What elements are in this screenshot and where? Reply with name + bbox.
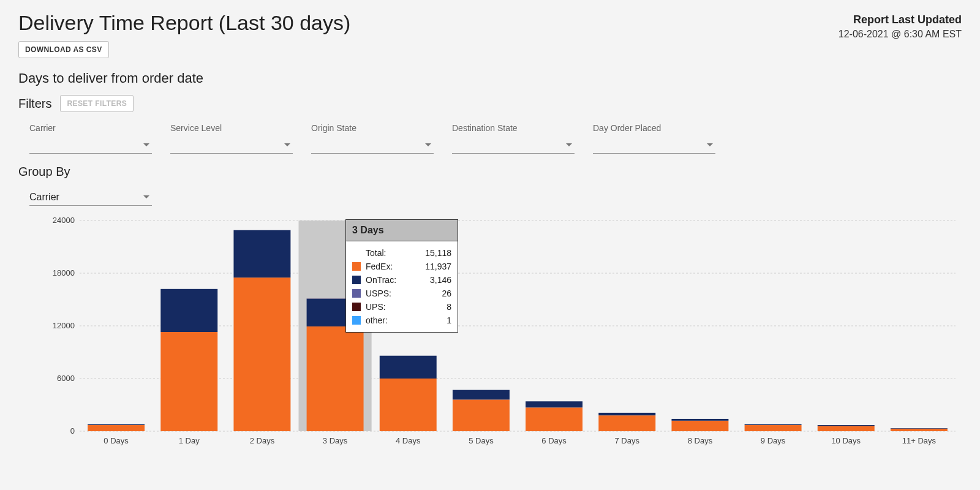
y-tick-label: 18000 (53, 268, 75, 277)
chart-tooltip: 3 Days Total:15,118FedEx:11,937OnTrac:3,… (345, 219, 458, 333)
bar-segment[interactable] (233, 277, 290, 431)
x-tick-label: 0 Days (104, 436, 129, 445)
filter-label: Carrier (29, 123, 152, 133)
x-tick-label: 1 Day (179, 436, 200, 445)
bar-segment[interactable] (526, 401, 582, 407)
bar-segment[interactable] (598, 413, 655, 415)
x-tick-label: 11+ Days (902, 436, 937, 445)
x-tick-label: 4 Days (396, 436, 421, 445)
x-tick-label: 10 Days (831, 436, 861, 445)
download-csv-button[interactable]: Download as CSV (18, 41, 109, 58)
x-tick-label: 3 Days (323, 436, 348, 445)
chevron-down-icon (284, 143, 290, 146)
bar-segment[interactable] (307, 326, 364, 431)
tooltip-series-value: 11,937 (406, 262, 451, 271)
tooltip-swatch (352, 262, 361, 271)
y-tick-label: 6000 (57, 374, 75, 383)
filter-select[interactable] (593, 137, 715, 154)
tooltip-swatch (352, 289, 361, 298)
bar-segment[interactable] (598, 415, 655, 431)
tooltip-total-value: 15,118 (406, 248, 451, 258)
reset-filters-button[interactable]: Reset Filters (60, 95, 134, 112)
tooltip-series-value: 26 (406, 288, 451, 298)
report-updated-time: 12-06-2021 @ 6:30 AM EST (839, 29, 962, 40)
chart-subtitle: Days to deliver from order date (18, 70, 962, 86)
bar-segment[interactable] (526, 407, 582, 431)
delivery-time-chart[interactable]: 060001200018000240000 Days1 Day2 Days3 D… (18, 217, 962, 450)
bar-segment[interactable] (745, 424, 802, 425)
tooltip-total-label: Total: (366, 248, 401, 258)
filter-select[interactable] (452, 137, 575, 154)
bar-segment[interactable] (160, 289, 217, 332)
x-tick-label: 9 Days (761, 436, 786, 445)
tooltip-swatch (352, 303, 361, 311)
filter-label: Destination State (452, 123, 575, 133)
x-tick-label: 8 Days (688, 436, 713, 445)
tooltip-swatch (352, 276, 361, 284)
tooltip-series-label: FedEx: (366, 262, 401, 271)
tooltip-series-label: other: (366, 315, 401, 325)
chevron-down-icon (707, 143, 713, 146)
groupby-select[interactable]: Carrier (29, 189, 152, 206)
bar-segment[interactable] (233, 230, 290, 277)
bar-segment[interactable] (453, 390, 510, 400)
x-tick-label: 2 Days (250, 436, 275, 445)
bar-segment[interactable] (891, 428, 948, 429)
chevron-down-icon (425, 143, 431, 146)
x-tick-label: 5 Days (469, 436, 494, 445)
filter-label: Origin State (311, 123, 434, 133)
bar-segment[interactable] (380, 356, 437, 379)
x-tick-label: 7 Days (615, 436, 640, 445)
groupby-value: Carrier (29, 192, 59, 203)
chevron-down-icon (143, 195, 149, 198)
bar-segment[interactable] (453, 399, 510, 431)
tooltip-series-value: 3,146 (406, 275, 451, 285)
bar-segment[interactable] (671, 421, 728, 431)
filter-select[interactable] (311, 137, 434, 154)
bar-segment[interactable] (88, 425, 145, 431)
filter-label: Service Level (170, 123, 293, 133)
filter-select[interactable] (170, 137, 293, 154)
chevron-down-icon (566, 143, 572, 146)
bar-segment[interactable] (891, 429, 948, 431)
bar-segment[interactable] (818, 426, 875, 431)
bar-segment[interactable] (160, 332, 217, 431)
swatch-blank (352, 249, 361, 257)
groupby-section-label: Group By (18, 165, 962, 179)
tooltip-series-value: 8 (406, 302, 451, 312)
report-updated: Report Last Updated 12-06-2021 @ 6:30 AM… (839, 13, 962, 40)
tooltip-title: 3 Days (346, 220, 458, 241)
filter-select[interactable] (29, 137, 152, 154)
bar-segment[interactable] (88, 424, 145, 425)
tooltip-swatch (352, 316, 361, 325)
page-title: Delivery Time Report (Last 30 days) (18, 11, 350, 35)
tooltip-series-value: 1 (406, 315, 451, 325)
tooltip-series-label: UPS: (366, 302, 401, 312)
filter-label: Day Order Placed (593, 123, 715, 133)
y-tick-label: 0 (70, 426, 75, 435)
bar-segment[interactable] (380, 379, 437, 431)
chevron-down-icon (143, 143, 149, 146)
tooltip-series-label: OnTrac: (366, 275, 401, 285)
bar-segment[interactable] (671, 419, 728, 421)
y-tick-label: 24000 (53, 217, 75, 225)
bar-segment[interactable] (818, 425, 875, 426)
filters-section-label: Filters (18, 97, 51, 111)
report-updated-label: Report Last Updated (839, 13, 962, 26)
bar-segment[interactable] (745, 425, 802, 431)
x-tick-label: 6 Days (541, 436, 567, 445)
y-tick-label: 12000 (53, 321, 75, 330)
tooltip-series-label: USPS: (366, 288, 401, 298)
